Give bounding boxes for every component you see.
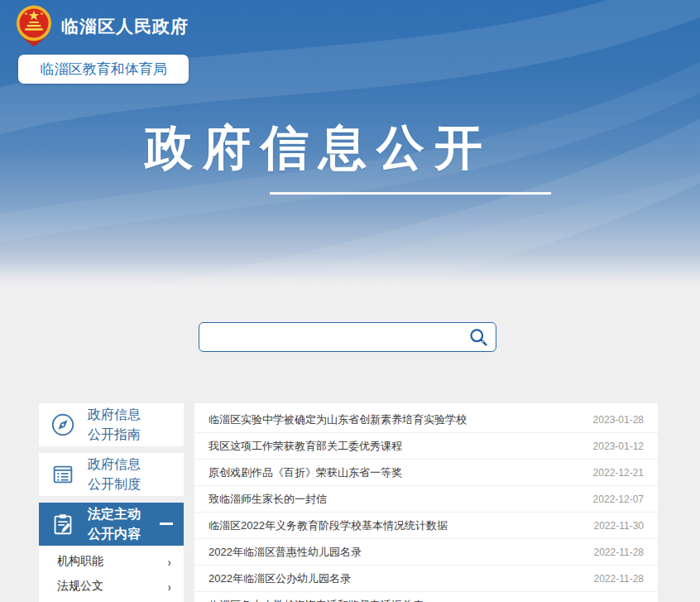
subitem-label: 机构职能 [57,554,103,569]
news-row[interactable]: 原创戏剧作品《百折》荣获山东省一等奖 2022-12-21 [194,460,658,486]
news-title[interactable]: 我区这项工作荣获教育部关工委优秀课程 [209,439,402,454]
top-banner: 临淄区人民政府 临淄区教育和体育局 政府信息公开 [0,0,700,288]
sidebar-item-label: 政府信息 公开制度 [88,455,141,494]
chevron-right-icon: › [168,555,171,569]
search-bar [199,322,496,352]
news-row[interactable]: 临淄区各中小学校咨询电话和监督电话汇总表 [194,592,658,602]
sidebar-item-label: 法定主动 公开内容 [88,504,141,544]
news-date: 2022-12-21 [593,467,644,479]
sidebar-subpanel: 机构职能 › 法规公文 › [39,546,184,602]
title-underline [270,192,551,195]
news-row[interactable]: 我区这项工作荣获教育部关工委优秀课程 2023-01-12 [194,433,658,460]
site-title: 临淄区人民政府 [61,15,189,38]
site-logo[interactable]: 临淄区人民政府 [15,5,189,48]
news-row[interactable]: 2022年临淄区公办幼儿园名录 2022-11-28 [194,566,658,592]
sidebar-subitem-org-functions[interactable]: 机构职能 › [39,549,184,574]
news-date: 2023-01-12 [593,441,644,452]
news-title[interactable]: 原创戏剧作品《百折》荣获山东省一等奖 [209,465,402,480]
news-row[interactable]: 临淄区实验中学被确定为山东省创新素养培育实验学校 2023-01-28 [194,407,658,433]
sidebar-item-label: 政府信息 公开指南 [88,405,141,445]
news-title[interactable]: 2022年临淄区公办幼儿园名录 [209,571,351,586]
sidebar-item-statutory-disclosure[interactable]: 法定主动 公开内容 [39,503,184,546]
news-date: 2022-11-28 [594,573,645,585]
sidebar-item-info-guide[interactable]: 政府信息 公开指南 [39,403,184,446]
sidebar-item-info-system[interactable]: 政府信息 公开制度 [39,453,184,496]
search-input[interactable] [199,323,461,351]
news-row[interactable]: 2022年临淄区普惠性幼儿园名录 2022-11-28 [194,539,658,566]
department-button[interactable]: 临淄区教育和体育局 [18,55,189,84]
news-title[interactable]: 致临淄师生家长的一封信 [209,492,327,507]
page: 临淄区人民政府 临淄区教育和体育局 政府信息公开 政府信息 公开指南 [0,0,700,602]
search-icon [468,327,488,347]
search-button[interactable] [461,323,496,351]
news-date: 2022-12-07 [593,494,644,505]
news-date: 2022-11-30 [594,520,645,532]
news-title[interactable]: 临淄区实验中学被确定为山东省创新素养培育实验学校 [209,412,467,427]
news-date: 2022-11-28 [594,547,645,558]
subitem-label: 法规公文 [57,579,103,594]
news-title[interactable]: 临淄区各中小学校咨询电话和监督电话汇总表 [209,598,424,602]
sidebar-subitem-regulations[interactable]: 法规公文 › [39,574,184,599]
compass-icon [48,410,78,440]
news-list: 临淄区实验中学被确定为山东省创新素养培育实验学校 2023-01-28 我区这项… [194,403,658,602]
document-list-icon [48,460,78,489]
page-title: 政府信息公开 [145,116,492,181]
news-row[interactable]: 临淄区2022年义务教育阶段学校基本情况统计数据 2022-11-30 [194,513,658,539]
clipboard-pencil-icon [48,509,78,539]
news-title[interactable]: 临淄区2022年义务教育阶段学校基本情况统计数据 [209,518,448,533]
national-emblem-icon [15,5,53,48]
news-date: 2023-01-28 [593,414,644,426]
news-row[interactable]: 致临淄师生家长的一封信 2022-12-07 [194,486,658,513]
chevron-right-icon: › [168,580,171,594]
news-title[interactable]: 2022年临淄区普惠性幼儿园名录 [209,545,362,560]
collapse-indicator[interactable] [160,523,173,525]
